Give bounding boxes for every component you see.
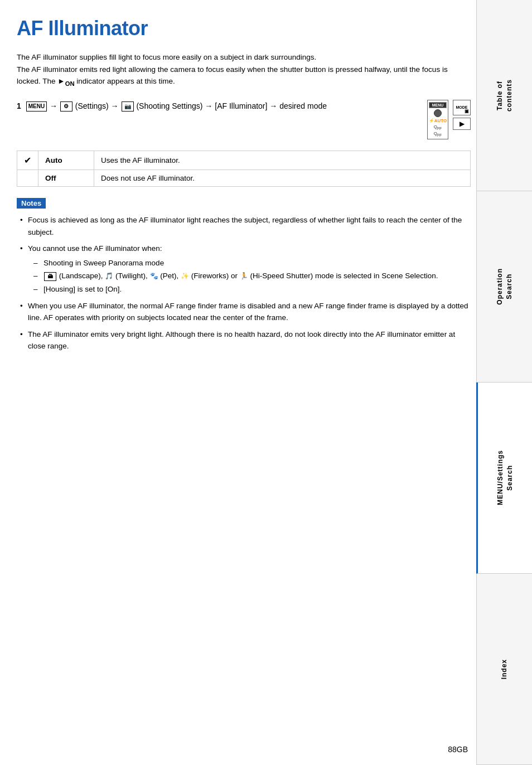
- list-item: The AF illuminator emits very bright lig…: [17, 328, 471, 352]
- sidebar-tab-operation-label: OperationSearch: [495, 268, 514, 305]
- sub-list-item: 🏔 (Landscape), 🎵 (Twilight), 🐾 (Pet), ✨ …: [33, 270, 471, 282]
- notes-list: Focus is achieved as long as the AF illu…: [17, 214, 471, 352]
- twilight-icon: 🎵: [105, 271, 113, 282]
- cam-qoff: QFF: [434, 124, 442, 130]
- hishutter-icon: 🏃: [240, 271, 248, 282]
- description-col: Uses the AF illuminator.: [94, 151, 471, 170]
- instruction-box: 1 MENU → ⚙ (Settings) → 📷 (Shooting Sett…: [17, 100, 471, 139]
- check-col: [17, 170, 38, 187]
- settings-icon: ⚙: [60, 101, 72, 112]
- sub-list: Shooting in Sweep Panorama mode 🏔 (Lands…: [33, 257, 471, 296]
- shooting-icon: 📷: [122, 101, 134, 112]
- sidebar-tab-index-label: Index: [500, 659, 509, 679]
- sidebar-tab-contents-label: Table ofcontents: [495, 79, 514, 112]
- instruction-text: 1 MENU → ⚙ (Settings) → 📷 (Shooting Sett…: [17, 100, 416, 112]
- list-item: Focus is achieved as long as the AF illu…: [17, 214, 471, 238]
- cam-auto: ⚡AUTO: [429, 118, 447, 123]
- cam-menu-btn: MENU: [429, 102, 447, 108]
- mode-col: Auto: [38, 151, 94, 170]
- options-table: ✔ Auto Uses the AF illuminator. Off Does…: [17, 151, 471, 187]
- camera-right-panel: MODE ▣ ▶: [453, 100, 471, 130]
- sub-list-item: Shooting in Sweep Panorama mode: [33, 257, 471, 269]
- list-item: When you use AF illuminator, the normal …: [17, 300, 471, 324]
- pet-icon: 🐾: [150, 271, 158, 282]
- table-row: Off Does not use AF illuminator.: [17, 170, 471, 187]
- table-row: ✔ Auto Uses the AF illuminator.: [17, 151, 471, 170]
- notes-badge: Notes: [17, 198, 46, 209]
- cam-play-box: ▶: [453, 118, 471, 130]
- mode-col: Off: [38, 170, 94, 187]
- notes-section: Notes Focus is achieved as long as the A…: [17, 198, 471, 352]
- sidebar-right: Table ofcontents OperationSearch MENU/Se…: [476, 0, 532, 765]
- sidebar-tab-menu-label: MENU/SettingsSearch: [496, 450, 515, 505]
- sub-list-item: [Housing] is set to [On].: [33, 283, 471, 296]
- sidebar-tab-menu[interactable]: MENU/SettingsSearch: [476, 382, 532, 574]
- sidebar-tab-operation[interactable]: OperationSearch: [476, 191, 532, 382]
- menu-icon: MENU: [26, 101, 47, 112]
- camera-diagram: MENU ⚡AUTO QFF QFF MODE ▣ ▶: [427, 100, 471, 139]
- page-title: AF Illuminator: [17, 17, 471, 40]
- step-number: 1: [17, 101, 21, 110]
- description-col: Does not use AF illuminator.: [94, 170, 471, 187]
- cam-mode-box: MODE ▣: [453, 100, 471, 115]
- cam-qoff2: QFF: [434, 131, 442, 137]
- camera-left-panel: MENU ⚡AUTO QFF QFF: [427, 100, 448, 139]
- sidebar-tab-contents[interactable]: Table ofcontents: [476, 0, 532, 191]
- camera-menu-box: MENU ⚡AUTO QFF QFF: [427, 100, 448, 139]
- intro-paragraph: The AF illuminator supplies fill light t…: [17, 51, 471, 89]
- cam-circle: [434, 109, 442, 117]
- landscape-icon: 🏔: [44, 272, 56, 281]
- sidebar-tab-index[interactable]: Index: [476, 574, 532, 765]
- page-number: 88GB: [448, 745, 468, 754]
- fireworks-icon: ✨: [181, 271, 189, 282]
- list-item: You cannot use the AF illuminator when: …: [17, 243, 471, 295]
- check-col: ✔: [17, 151, 38, 170]
